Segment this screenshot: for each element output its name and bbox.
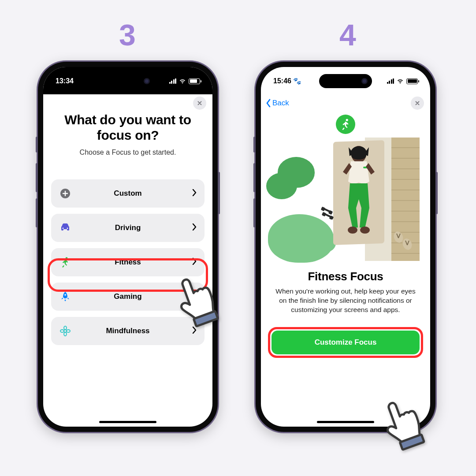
close-icon [414, 100, 420, 106]
paw-icon: 🐾 [293, 77, 301, 85]
focus-item-fitness[interactable]: Fitness [51, 248, 205, 276]
chevron-right-icon [192, 292, 197, 301]
page-subtitle: Choose a Focus to get started. [51, 149, 205, 156]
svg-point-11 [346, 119, 348, 121]
plus-circle-icon [59, 188, 71, 199]
svg-rect-24 [400, 435, 424, 450]
cellular-icon [169, 78, 177, 84]
back-label: Back [272, 99, 289, 108]
focus-item-label: Fitness [71, 258, 197, 267]
step-number-3: 3 [119, 18, 136, 52]
focus-item-label: Mindfulness [71, 327, 197, 335]
fitness-illustration [271, 138, 420, 265]
step-number-4: 4 [339, 18, 356, 52]
chevron-right-icon [192, 327, 197, 335]
focus-item-label: Driving [71, 223, 197, 232]
focus-item-custom[interactable]: Custom [51, 179, 205, 208]
back-button[interactable]: Back [265, 99, 289, 108]
runner-icon [59, 257, 71, 268]
svg-rect-18 [324, 208, 330, 212]
svg-point-7 [64, 332, 67, 336]
customize-focus-button[interactable]: Customize Focus [271, 331, 420, 354]
svg-point-2 [67, 227, 68, 229]
svg-point-6 [64, 326, 67, 330]
svg-point-9 [67, 330, 70, 332]
runner-circle-icon [336, 115, 355, 134]
lotus-icon [59, 326, 71, 336]
svg-point-4 [64, 294, 66, 296]
chevron-left-icon [265, 99, 271, 108]
phone-mockup-step4: 15:46 🐾 Back [256, 62, 435, 432]
svg-point-1 [63, 227, 64, 229]
close-button[interactable] [411, 97, 424, 110]
svg-point-14 [348, 227, 357, 234]
page-title: What do you want to focus on? [51, 112, 205, 143]
wifi-icon [179, 78, 186, 85]
battery-icon [189, 78, 200, 84]
focus-heading: Fitness Focus [271, 270, 420, 283]
wifi-icon [397, 78, 404, 85]
home-indicator[interactable] [317, 421, 374, 423]
focus-item-label: Custom [71, 189, 197, 198]
phone-mockup-step3: 13:34 What do you want to focus on? Choo… [38, 62, 218, 432]
svg-point-15 [360, 227, 370, 234]
focus-item-mindfulness[interactable]: Mindfulness [51, 317, 205, 345]
rocket-icon [59, 291, 71, 302]
svg-point-23 [401, 237, 413, 250]
svg-point-8 [60, 330, 64, 332]
cta-label: Customize Focus [315, 338, 377, 347]
chevron-right-icon [192, 223, 197, 232]
focus-item-driving[interactable]: Driving [51, 214, 205, 242]
home-indicator[interactable] [99, 421, 156, 423]
svg-point-3 [66, 257, 68, 259]
focus-item-label: Gaming [71, 292, 197, 301]
chevron-right-icon [192, 189, 197, 198]
car-icon [59, 223, 71, 233]
close-button[interactable] [193, 97, 206, 110]
cellular-icon [387, 78, 394, 84]
status-time: 15:46 🐾 [273, 77, 301, 85]
focus-description: When you're working out, help keep your … [272, 287, 419, 315]
chevron-right-icon [192, 258, 197, 267]
status-time: 13:34 [56, 77, 74, 85]
focus-list: Custom Driving Fitness [51, 179, 205, 345]
battery-icon [406, 78, 418, 84]
close-icon [197, 100, 203, 106]
focus-item-gaming[interactable]: Gaming [51, 283, 205, 311]
